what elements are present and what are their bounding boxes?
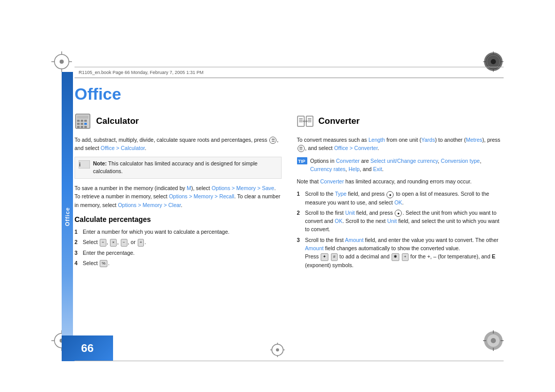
svg-rect-44 bbox=[84, 126, 87, 128]
svg-rect-36 bbox=[77, 120, 80, 122]
calc-step-3: 3 Enter the percentage. bbox=[75, 249, 282, 257]
converter-intro: To convert measures such as Length from … bbox=[297, 136, 504, 153]
calculator-icon bbox=[75, 113, 91, 129]
svg-text:i: i bbox=[79, 162, 81, 167]
calculator-title: Calculator bbox=[96, 116, 139, 126]
converter-step-1: 1 Scroll to the Type field, and press ● … bbox=[297, 190, 504, 207]
menu-icon2: ☰ bbox=[298, 145, 305, 152]
converter-note: Note that Converter has limited accuracy… bbox=[297, 177, 504, 185]
calc-percentages-title: Calculate percentages bbox=[75, 215, 282, 223]
header-filename: R1105_en.book Page 66 Monday, February 7… bbox=[79, 70, 203, 75]
converter-header: Converter bbox=[297, 113, 504, 129]
corner-mark-tl bbox=[51, 51, 72, 72]
svg-rect-41 bbox=[84, 123, 87, 125]
sidebar-strip: Office bbox=[62, 72, 73, 361]
svg-rect-40 bbox=[81, 123, 83, 125]
converter-step-2: 2 Scroll to the first Unit field, and pr… bbox=[297, 209, 504, 234]
svg-rect-39 bbox=[77, 123, 80, 125]
svg-rect-42 bbox=[77, 126, 80, 128]
calculator-intro: To add, substract, multiply, divide, cal… bbox=[75, 136, 282, 153]
top-divider bbox=[75, 67, 504, 67]
calculator-para2: To save a number in the memory (indicate… bbox=[75, 184, 282, 209]
calculator-section: Calculator To add, substract, multiply, … bbox=[75, 113, 282, 361]
calc-step-2: 2 Select ÷, ×, −, or +. bbox=[75, 238, 282, 246]
converter-step-3: 3 Scroll to the first Amount field, and … bbox=[297, 236, 504, 269]
svg-rect-38 bbox=[84, 120, 87, 122]
converter-steps-list: 1 Scroll to the Type field, and press ● … bbox=[297, 190, 504, 269]
svg-point-1 bbox=[60, 60, 64, 64]
svg-marker-50 bbox=[306, 120, 308, 123]
menu-icon: ☰ bbox=[269, 137, 276, 144]
tip-text: Options in Converter are Select unit/Cha… bbox=[310, 157, 504, 174]
note-label: Note: bbox=[93, 160, 107, 166]
converter-icon bbox=[297, 113, 313, 129]
sidebar-label: Office bbox=[64, 207, 70, 226]
page-title: Office bbox=[75, 85, 504, 104]
office-calc-link: Office > Calculator bbox=[101, 145, 145, 151]
note-text: Note: This calculator has limited accura… bbox=[93, 160, 278, 176]
svg-rect-43 bbox=[81, 126, 83, 128]
converter-section: Converter To convert measures such as Le… bbox=[297, 113, 504, 361]
calc-steps-list: 1 Enter a number for which you want to c… bbox=[75, 228, 282, 267]
note-body: This calculator has limited accuracy and… bbox=[93, 160, 257, 175]
svg-marker-51 bbox=[303, 120, 305, 123]
svg-rect-35 bbox=[77, 116, 88, 119]
svg-rect-37 bbox=[81, 120, 83, 122]
tip-box: TIP Options in Converter are Select unit… bbox=[297, 157, 504, 174]
note-icon: i bbox=[79, 160, 90, 176]
two-columns: Calculator To add, substract, multiply, … bbox=[75, 113, 504, 361]
calc-step-1: 1 Enter a number for which you want to c… bbox=[75, 228, 282, 236]
calculator-header: Calculator bbox=[75, 113, 282, 129]
note-box: i Note: This calculator has limited accu… bbox=[75, 157, 282, 179]
converter-title: Converter bbox=[319, 116, 360, 126]
main-content: Office bbox=[75, 80, 504, 361]
header-bar: R1105_en.book Page 66 Monday, February 7… bbox=[75, 67, 504, 78]
svg-text:TIP: TIP bbox=[298, 159, 305, 164]
calc-step-4: 4 Select %. bbox=[75, 259, 282, 267]
tip-icon: TIP bbox=[297, 157, 307, 174]
svg-point-14 bbox=[491, 59, 496, 64]
